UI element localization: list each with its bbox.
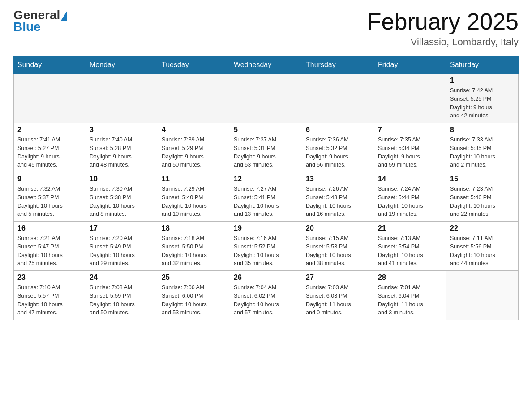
calendar-cell: 21Sunrise: 7:13 AM Sunset: 5:54 PM Dayli… <box>374 222 446 271</box>
day-of-week-header: Sunday <box>14 56 86 74</box>
day-number: 4 <box>162 126 226 134</box>
calendar-cell <box>302 74 374 123</box>
day-number: 15 <box>450 175 515 183</box>
calendar-cell: 13Sunrise: 7:26 AM Sunset: 5:43 PM Dayli… <box>302 172 374 222</box>
day-info: Sunrise: 7:11 AM Sunset: 5:56 PM Dayligh… <box>450 234 515 268</box>
logo: General Blue <box>13 9 67 33</box>
calendar-cell: 14Sunrise: 7:24 AM Sunset: 5:44 PM Dayli… <box>374 172 446 222</box>
day-number: 28 <box>378 274 442 282</box>
day-info: Sunrise: 7:01 AM Sunset: 6:04 PM Dayligh… <box>378 283 442 317</box>
calendar-week-row: 1Sunrise: 7:42 AM Sunset: 5:25 PM Daylig… <box>14 74 519 123</box>
day-info: Sunrise: 7:16 AM Sunset: 5:52 PM Dayligh… <box>234 234 298 268</box>
calendar-cell: 26Sunrise: 7:04 AM Sunset: 6:02 PM Dayli… <box>230 271 302 320</box>
day-number: 27 <box>306 274 370 282</box>
calendar-cell: 28Sunrise: 7:01 AM Sunset: 6:04 PM Dayli… <box>374 271 446 320</box>
calendar-cell: 15Sunrise: 7:23 AM Sunset: 5:46 PM Dayli… <box>446 172 519 222</box>
day-of-week-header: Friday <box>374 56 446 74</box>
day-number: 5 <box>234 126 298 134</box>
logo-blue-text: Blue <box>13 21 67 33</box>
day-number: 10 <box>90 175 154 183</box>
day-number: 16 <box>17 224 82 232</box>
day-info: Sunrise: 7:20 AM Sunset: 5:49 PM Dayligh… <box>90 234 154 268</box>
calendar-week-row: 9Sunrise: 7:32 AM Sunset: 5:37 PM Daylig… <box>14 172 519 222</box>
day-number: 12 <box>234 175 298 183</box>
day-of-week-header: Thursday <box>302 56 374 74</box>
calendar-cell: 16Sunrise: 7:21 AM Sunset: 5:47 PM Dayli… <box>14 222 86 271</box>
logo-triangle-icon <box>61 11 67 21</box>
day-info: Sunrise: 7:10 AM Sunset: 5:57 PM Dayligh… <box>17 283 82 317</box>
calendar-cell: 2Sunrise: 7:41 AM Sunset: 5:27 PM Daylig… <box>14 123 86 172</box>
day-info: Sunrise: 7:37 AM Sunset: 5:31 PM Dayligh… <box>234 136 298 169</box>
day-info: Sunrise: 7:08 AM Sunset: 5:59 PM Dayligh… <box>90 283 154 317</box>
day-number: 11 <box>162 175 226 183</box>
day-of-week-header: Tuesday <box>158 56 230 74</box>
day-number: 1 <box>450 77 515 85</box>
day-info: Sunrise: 7:18 AM Sunset: 5:50 PM Dayligh… <box>162 234 226 268</box>
day-number: 13 <box>306 175 370 183</box>
day-info: Sunrise: 7:06 AM Sunset: 6:00 PM Dayligh… <box>162 283 226 317</box>
day-number: 24 <box>90 274 154 282</box>
month-title: February 2025 <box>367 9 519 34</box>
calendar-cell: 24Sunrise: 7:08 AM Sunset: 5:59 PM Dayli… <box>86 271 158 320</box>
calendar-cell: 23Sunrise: 7:10 AM Sunset: 5:57 PM Dayli… <box>14 271 86 320</box>
day-info: Sunrise: 7:13 AM Sunset: 5:54 PM Dayligh… <box>378 234 442 268</box>
day-info: Sunrise: 7:33 AM Sunset: 5:35 PM Dayligh… <box>450 136 515 169</box>
calendar-header-row: SundayMondayTuesdayWednesdayThursdayFrid… <box>14 56 519 74</box>
calendar-cell <box>446 271 519 320</box>
day-info: Sunrise: 7:30 AM Sunset: 5:38 PM Dayligh… <box>90 185 154 218</box>
day-number: 19 <box>234 224 298 232</box>
calendar-cell: 18Sunrise: 7:18 AM Sunset: 5:50 PM Dayli… <box>158 222 230 271</box>
day-of-week-header: Saturday <box>446 56 519 74</box>
day-info: Sunrise: 7:03 AM Sunset: 6:03 PM Dayligh… <box>306 283 370 317</box>
day-info: Sunrise: 7:32 AM Sunset: 5:37 PM Dayligh… <box>17 185 82 218</box>
calendar-cell: 19Sunrise: 7:16 AM Sunset: 5:52 PM Dayli… <box>230 222 302 271</box>
day-info: Sunrise: 7:36 AM Sunset: 5:32 PM Dayligh… <box>306 136 370 169</box>
day-number: 9 <box>17 175 82 183</box>
day-number: 17 <box>90 224 154 232</box>
calendar-cell: 6Sunrise: 7:36 AM Sunset: 5:32 PM Daylig… <box>302 123 374 172</box>
day-of-week-header: Wednesday <box>230 56 302 74</box>
calendar-cell: 9Sunrise: 7:32 AM Sunset: 5:37 PM Daylig… <box>14 172 86 222</box>
day-number: 23 <box>17 274 82 282</box>
day-info: Sunrise: 7:24 AM Sunset: 5:44 PM Dayligh… <box>378 185 442 218</box>
location-subtitle: Villassio, Lombardy, Italy <box>367 36 519 48</box>
calendar-cell <box>14 74 86 123</box>
calendar-cell: 12Sunrise: 7:27 AM Sunset: 5:41 PM Dayli… <box>230 172 302 222</box>
day-info: Sunrise: 7:27 AM Sunset: 5:41 PM Dayligh… <box>234 185 298 218</box>
day-number: 2 <box>17 126 82 134</box>
day-number: 18 <box>162 224 226 232</box>
title-block: February 2025 Villassio, Lombardy, Italy <box>367 9 519 48</box>
calendar-cell <box>230 74 302 123</box>
calendar-week-row: 16Sunrise: 7:21 AM Sunset: 5:47 PM Dayli… <box>14 222 519 271</box>
calendar-cell: 10Sunrise: 7:30 AM Sunset: 5:38 PM Dayli… <box>86 172 158 222</box>
day-info: Sunrise: 7:40 AM Sunset: 5:28 PM Dayligh… <box>90 136 154 169</box>
day-info: Sunrise: 7:23 AM Sunset: 5:46 PM Dayligh… <box>450 185 515 218</box>
day-number: 21 <box>378 224 442 232</box>
day-number: 22 <box>450 224 515 232</box>
calendar-cell <box>158 74 230 123</box>
day-info: Sunrise: 7:42 AM Sunset: 5:25 PM Dayligh… <box>450 86 515 120</box>
page-header: General Blue February 2025 Villassio, Lo… <box>13 9 519 48</box>
calendar-table: SundayMondayTuesdayWednesdayThursdayFrid… <box>13 56 519 320</box>
day-info: Sunrise: 7:41 AM Sunset: 5:27 PM Dayligh… <box>17 136 82 169</box>
day-number: 20 <box>306 224 370 232</box>
day-info: Sunrise: 7:15 AM Sunset: 5:53 PM Dayligh… <box>306 234 370 268</box>
day-info: Sunrise: 7:29 AM Sunset: 5:40 PM Dayligh… <box>162 185 226 218</box>
calendar-cell: 25Sunrise: 7:06 AM Sunset: 6:00 PM Dayli… <box>158 271 230 320</box>
day-info: Sunrise: 7:21 AM Sunset: 5:47 PM Dayligh… <box>17 234 82 268</box>
calendar-cell: 8Sunrise: 7:33 AM Sunset: 5:35 PM Daylig… <box>446 123 519 172</box>
calendar-cell: 20Sunrise: 7:15 AM Sunset: 5:53 PM Dayli… <box>302 222 374 271</box>
calendar-cell: 11Sunrise: 7:29 AM Sunset: 5:40 PM Dayli… <box>158 172 230 222</box>
day-info: Sunrise: 7:39 AM Sunset: 5:29 PM Dayligh… <box>162 136 226 169</box>
day-number: 8 <box>450 126 515 134</box>
calendar-week-row: 2Sunrise: 7:41 AM Sunset: 5:27 PM Daylig… <box>14 123 519 172</box>
calendar-cell: 3Sunrise: 7:40 AM Sunset: 5:28 PM Daylig… <box>86 123 158 172</box>
day-info: Sunrise: 7:26 AM Sunset: 5:43 PM Dayligh… <box>306 185 370 218</box>
day-number: 26 <box>234 274 298 282</box>
day-of-week-header: Monday <box>86 56 158 74</box>
day-info: Sunrise: 7:04 AM Sunset: 6:02 PM Dayligh… <box>234 283 298 317</box>
day-number: 7 <box>378 126 442 134</box>
calendar-cell: 4Sunrise: 7:39 AM Sunset: 5:29 PM Daylig… <box>158 123 230 172</box>
calendar-cell: 7Sunrise: 7:35 AM Sunset: 5:34 PM Daylig… <box>374 123 446 172</box>
day-number: 14 <box>378 175 442 183</box>
